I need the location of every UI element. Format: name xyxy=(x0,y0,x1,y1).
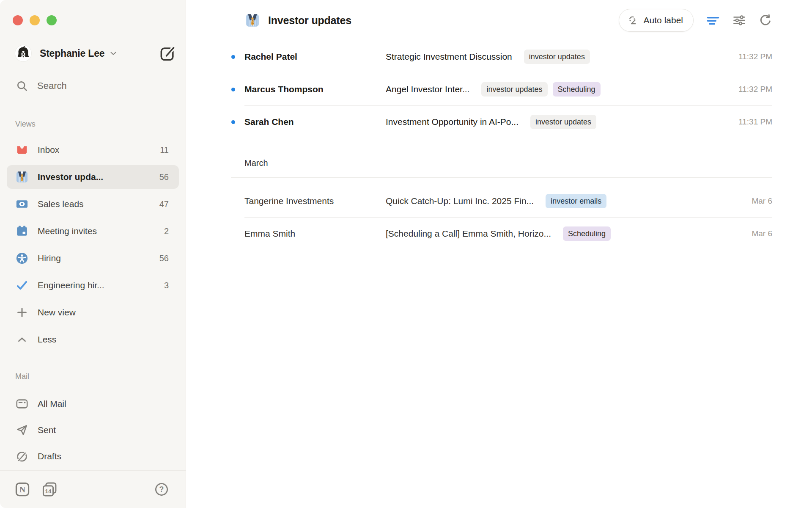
mail-app-window: Stephanie Lee Search Views Inbox11Invest… xyxy=(0,0,812,508)
avatar[interactable] xyxy=(15,45,31,61)
calendar-icon xyxy=(16,225,28,237)
email-tag[interactable]: investor updates xyxy=(481,82,547,97)
email-tag[interactable]: Scheduling xyxy=(563,226,611,241)
email-row[interactable]: Tangerine InvestmentsQuick Catch-Up: Lum… xyxy=(231,185,772,217)
close-button[interactable] xyxy=(13,15,23,25)
unread-dot xyxy=(231,88,235,91)
sidebar-footer: N14? xyxy=(0,470,186,508)
auto-label-text: Auto label xyxy=(644,15,683,25)
sidebar-item-hiring[interactable]: Hiring56 xyxy=(7,246,179,270)
sidebar-item-meeting-invites[interactable]: Meeting invites2 xyxy=(7,219,179,243)
display-settings-icon[interactable] xyxy=(732,14,746,27)
email-sender: Emma Smith xyxy=(244,229,386,239)
main-panel: Investor updates Auto label Rachel Patel… xyxy=(186,0,812,508)
sidebar: Stephanie Lee Search Views Inbox11Invest… xyxy=(0,0,186,508)
chevron-up-icon xyxy=(16,333,28,346)
email-list: Rachel PatelStrategic Investment Discuss… xyxy=(186,41,812,250)
sidebar-item-label: Investor upda... xyxy=(38,172,103,182)
sidebar-item-label: All Mail xyxy=(38,399,66,409)
mail-section-label: Mail xyxy=(15,372,186,381)
email-tag[interactable]: investor updates xyxy=(524,50,590,64)
refresh-icon[interactable] xyxy=(759,14,772,27)
chevron-down-icon[interactable] xyxy=(109,49,118,58)
email-sender: Tangerine Investments xyxy=(244,196,386,206)
auto-label-button[interactable]: Auto label xyxy=(619,9,694,32)
drafts-icon xyxy=(16,450,28,463)
email-tag[interactable]: Scheduling xyxy=(553,82,601,97)
email-sender: Sarah Chen xyxy=(244,117,386,127)
svg-text:N: N xyxy=(19,485,26,494)
unread-count: 47 xyxy=(155,199,169,209)
notion-calendar-icon[interactable]: 14 xyxy=(41,481,58,497)
email-tag[interactable]: investor updates xyxy=(530,115,596,129)
sidebar-item-label: Inbox xyxy=(38,145,59,155)
sidebar-item-engineering-hir[interactable]: Engineering hir...3 xyxy=(7,273,179,297)
email-row[interactable]: Marcus ThompsonAngel Investor Inter...in… xyxy=(231,73,772,105)
unread-count: 2 xyxy=(160,226,169,236)
view-header: Investor updates Auto label xyxy=(186,0,812,41)
views-list: Inbox11Investor upda...56Sales leads47Me… xyxy=(0,138,186,351)
unread-count: 11 xyxy=(156,145,169,155)
email-sender: Marcus Thompson xyxy=(244,84,386,94)
email-tags: investor updates xyxy=(524,50,590,64)
sidebar-item-label: Drafts xyxy=(38,451,61,461)
compose-button[interactable] xyxy=(158,44,177,63)
sidebar-action-new-view[interactable]: New view xyxy=(7,301,179,324)
sidebar-item-label: Sales leads xyxy=(38,199,84,209)
notion-logo-icon[interactable]: N xyxy=(14,481,30,497)
banknote-icon xyxy=(16,198,28,210)
email-tags: investor updates xyxy=(530,115,596,129)
email-time: Mar 6 xyxy=(741,229,772,238)
unread-count: 3 xyxy=(160,281,169,290)
sidebar-item-label: Sent xyxy=(38,425,56,435)
search-button[interactable]: Search xyxy=(16,80,177,92)
email-row[interactable]: Rachel PatelStrategic Investment Discuss… xyxy=(231,41,772,73)
sidebar-action-less[interactable]: Less xyxy=(7,328,179,351)
email-tags: Scheduling xyxy=(563,226,611,241)
sidebar-item-investor-upda[interactable]: Investor upda...56 xyxy=(7,165,179,189)
email-tag[interactable]: investor emails xyxy=(546,194,606,208)
sidebar-item-label: Engineering hir... xyxy=(38,280,104,290)
sidebar-item-label: Meeting invites xyxy=(38,226,97,236)
inbox-icon xyxy=(16,144,28,156)
search-label: Search xyxy=(37,80,67,91)
views-section-label: Views xyxy=(15,119,186,129)
sidebar-item-all-mail[interactable]: All Mail xyxy=(7,392,179,416)
email-sender: Rachel Patel xyxy=(244,52,386,62)
email-time: 11:31 PM xyxy=(728,117,772,127)
help-icon[interactable]: ? xyxy=(154,482,169,497)
zoom-button[interactable] xyxy=(47,15,57,25)
suit-icon xyxy=(16,171,28,183)
sidebar-item-sales-leads[interactable]: Sales leads47 xyxy=(7,192,179,216)
email-row[interactable]: Emma Smith[Scheduling a Call] Emma Smith… xyxy=(231,218,772,250)
minimize-button[interactable] xyxy=(30,15,40,25)
email-row[interactable]: Sarah ChenInvestment Opportunity in AI-P… xyxy=(231,106,772,138)
email-time: 11:32 PM xyxy=(728,85,772,94)
svg-text:?: ? xyxy=(159,485,164,494)
unread-dot-column xyxy=(231,120,244,124)
email-group: Tangerine InvestmentsQuick Catch-Up: Lum… xyxy=(231,178,772,250)
email-group: Rachel PatelStrategic Investment Discuss… xyxy=(231,41,772,138)
email-subject: [Scheduling a Call] Emma Smith, Horizo..… xyxy=(386,229,551,239)
unread-count: 56 xyxy=(155,172,169,182)
sidebar-item-sent[interactable]: Sent xyxy=(7,418,179,442)
email-subject: Quick Catch-Up: Lumi Inc. 2025 Fin... xyxy=(386,196,534,206)
view-title: Investor updates xyxy=(268,14,351,27)
check-icon xyxy=(16,279,28,292)
sidebar-action-label: New view xyxy=(38,307,76,318)
sidebar-item-inbox[interactable]: Inbox11 xyxy=(7,138,179,162)
necktie-suit-icon xyxy=(245,13,260,28)
email-time: Mar 6 xyxy=(741,196,772,206)
account-row[interactable]: Stephanie Lee xyxy=(15,45,177,62)
filter-icon[interactable] xyxy=(706,14,720,27)
email-time: 11:32 PM xyxy=(728,52,772,61)
account-name: Stephanie Lee xyxy=(40,48,104,59)
sidebar-item-drafts[interactable]: Drafts xyxy=(7,444,179,468)
window-controls xyxy=(0,0,186,25)
email-tags: investor updatesScheduling xyxy=(481,82,600,97)
auto-label-icon xyxy=(628,15,639,26)
all-mail-icon xyxy=(16,398,28,410)
email-subject: Strategic Investment Discussion xyxy=(386,52,512,62)
unread-dot-column xyxy=(231,88,244,91)
mail-list: All MailSentDrafts xyxy=(0,392,186,468)
